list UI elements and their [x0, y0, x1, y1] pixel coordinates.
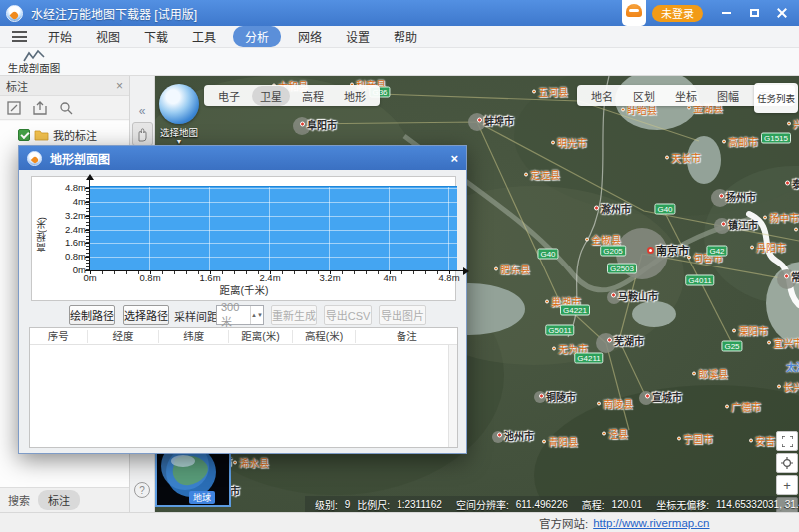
map-label: 郎溪县 — [692, 366, 728, 381]
search-icon[interactable] — [59, 101, 73, 115]
city-marker-dot — [585, 237, 589, 241]
table-scrollbar[interactable] — [448, 345, 457, 447]
map-label: 丹阳市 — [750, 240, 786, 255]
map-label: 青阳县 — [542, 434, 578, 449]
menu-bar: 开始视图下载工具分析网络设置帮助 — [0, 26, 799, 48]
city-marker-dot — [597, 401, 601, 405]
generate-profile-button[interactable]: 生成剖面图 — [0, 48, 68, 75]
scale-value: 1:2311162 — [397, 499, 442, 510]
maximize-icon — [750, 9, 759, 17]
close-icon — [777, 8, 787, 18]
tab-search[interactable]: 搜索 — [8, 492, 30, 508]
overlay-区划[interactable]: 区划 — [625, 86, 663, 106]
fullscreen-button[interactable] — [776, 431, 798, 451]
y-tick: 3.2m — [34, 210, 86, 221]
menu-items: 开始视图下载工具分析网络设置帮助 — [41, 26, 424, 47]
menu-item-视图[interactable]: 视图 — [89, 26, 127, 47]
city-marker-dot — [621, 107, 625, 111]
menu-item-下载[interactable]: 下载 — [137, 26, 175, 47]
select-path-button[interactable]: 选择路径 — [123, 305, 169, 325]
tab-annotation[interactable]: 标注 — [38, 490, 80, 510]
city-marker-dot — [725, 404, 729, 408]
overlay-坐标[interactable]: 坐标 — [667, 86, 705, 106]
sample-spacing-value: 300米 — [217, 301, 250, 329]
map-label: 芜湖市 — [607, 333, 644, 348]
regenerate-button[interactable]: 重新生成 — [271, 305, 317, 325]
overlay-地名[interactable]: 地名 — [583, 86, 621, 106]
base-type-电子[interactable]: 电子 — [210, 86, 248, 106]
close-button[interactable] — [771, 4, 793, 22]
resolution-value: 611.496226 — [516, 499, 568, 510]
x-tick-mark — [390, 270, 391, 274]
hamburger-menu-icon[interactable] — [12, 31, 27, 42]
locate-button[interactable] — [776, 453, 798, 473]
base-type-高程[interactable]: 高程 — [294, 86, 332, 106]
y-tick-mark — [85, 243, 89, 244]
menu-item-帮助[interactable]: 帮助 — [387, 26, 424, 47]
map-label-text: 高邮市 — [728, 134, 758, 149]
column-header-经度: 经度 — [88, 330, 160, 343]
x-tick-mark — [210, 270, 211, 274]
road-badge: G2503 — [607, 264, 637, 274]
menu-item-网络[interactable]: 网络 — [291, 26, 329, 47]
select-map-button[interactable]: 选择地图 ▼ — [157, 84, 201, 144]
stepper-arrows-icon[interactable]: ▲▼ — [250, 306, 263, 324]
collapse-panel-button[interactable]: « — [130, 104, 154, 118]
map-label-text: 宁国市 — [683, 431, 713, 446]
city-marker-dot — [794, 227, 798, 231]
panel-close-button[interactable]: × — [116, 80, 123, 92]
dialog-logo-icon — [27, 151, 42, 166]
city-marker-dot — [719, 194, 724, 199]
maximize-button[interactable] — [743, 4, 765, 22]
city-marker-dot — [692, 371, 696, 375]
official-site-link[interactable]: http://www.rivermap.cn — [593, 517, 709, 529]
menu-item-分析[interactable]: 分析 — [233, 26, 281, 47]
elevation-label: 高程: — [582, 497, 605, 512]
export-image-button[interactable]: 导出图片 — [379, 305, 426, 325]
map-label: 太湖 — [786, 359, 799, 374]
y-axis-arrow — [86, 174, 94, 180]
map-label-text: 滁州市 — [601, 201, 631, 216]
city-marker-dot — [594, 206, 599, 211]
city-marker-dot — [545, 299, 549, 303]
road-badge: G40 — [537, 249, 558, 260]
login-button[interactable]: 未登录 — [652, 5, 703, 22]
map-label: 宁国市 — [677, 431, 713, 446]
city-marker-dot — [777, 384, 781, 388]
minimize-button[interactable] — [715, 4, 737, 22]
overlay-图幅[interactable]: 图幅 — [709, 86, 747, 106]
dialog-close-button[interactable]: × — [450, 151, 458, 166]
help-button[interactable]: ? — [134, 482, 150, 498]
map-label-text: 蚌埠市 — [484, 113, 514, 128]
map-label-text: G4011 — [688, 276, 711, 285]
menu-item-设置[interactable]: 设置 — [339, 26, 377, 47]
map-label-text: G2503 — [610, 265, 634, 273]
draw-path-button[interactable]: 绘制路径 — [69, 305, 115, 325]
base-type-地形[interactable]: 地形 — [336, 86, 374, 106]
x-axis-label: 距离(千米) — [32, 282, 455, 297]
map-label: 南陵县 — [597, 396, 633, 411]
city-marker-dot — [497, 433, 502, 438]
edit-annotation-icon[interactable] — [7, 101, 21, 115]
base-type-卫星[interactable]: 卫星 — [252, 86, 290, 106]
pan-tool-button[interactable] — [132, 122, 153, 146]
menu-item-开始[interactable]: 开始 — [41, 26, 79, 47]
y-tick-mark — [85, 188, 89, 189]
resolution-label: 空间分辨率: — [456, 497, 509, 512]
dialog-title: 地形剖面图 — [50, 150, 110, 167]
export-csv-button[interactable]: 导出CSV — [324, 305, 372, 325]
map-label-text: 五河县 — [538, 84, 568, 99]
checkbox-my-annotations[interactable] — [18, 129, 30, 141]
menu-item-工具[interactable]: 工具 — [185, 26, 223, 47]
tree-item-my-annotations[interactable]: 我的标注 — [0, 121, 129, 143]
zoom-in-button[interactable]: + — [776, 475, 798, 495]
task-list-button[interactable]: 任务列表 — [754, 83, 798, 113]
dialog-title-bar[interactable]: 地形剖面图 × — [19, 146, 466, 170]
brand-cloud-icon — [622, 0, 646, 26]
x-tick-mark — [150, 270, 151, 274]
city-marker-dot — [300, 122, 305, 127]
hand-icon — [136, 127, 149, 142]
sample-spacing-stepper[interactable]: 300米 ▲▼ — [216, 305, 264, 325]
export-annotation-icon[interactable] — [33, 101, 47, 115]
scale-label: 比例尺: — [357, 497, 390, 512]
